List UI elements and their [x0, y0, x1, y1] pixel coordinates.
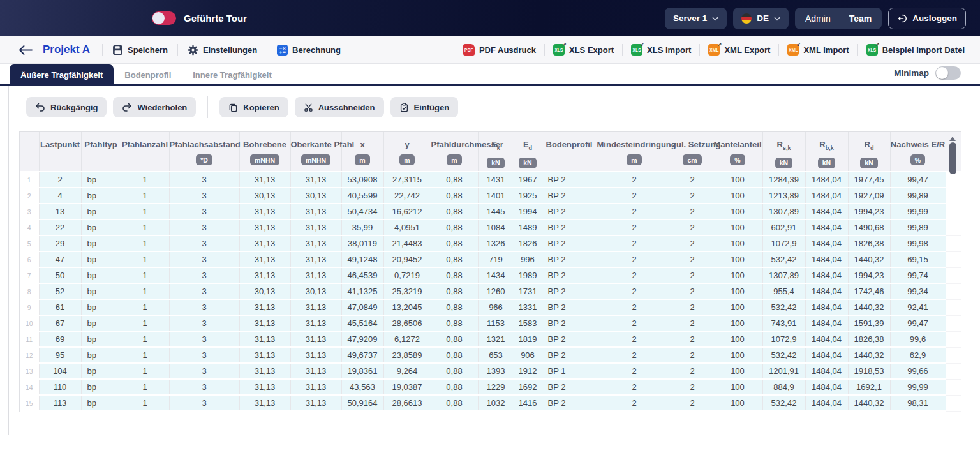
column-header-rd[interactable]: RdkN: [848, 132, 890, 172]
cell-bohrebene[interactable]: 31,13: [239, 267, 290, 283]
cell-rd[interactable]: 1440,32: [848, 251, 890, 267]
cell-pfahlachsabstand[interactable]: 3: [169, 220, 239, 235]
cell-mantelanteil[interactable]: 100: [713, 331, 762, 347]
cell-oberkante-pfahl[interactable]: 31,13: [290, 395, 341, 411]
cell-pfahldurchmesser[interactable]: 0,88: [431, 235, 478, 251]
cell-pfahldurchmesser[interactable]: 0,88: [431, 188, 478, 204]
column-header-mantelanteil[interactable]: Mantelanteil%: [713, 132, 762, 172]
cell-nachweis[interactable]: 99,74: [890, 267, 946, 283]
cell-pfahlanzahl[interactable]: 1: [121, 331, 169, 347]
cell-lastpunkt[interactable]: 95: [39, 347, 81, 363]
cell-pfahlachsabstand[interactable]: 3: [169, 363, 239, 379]
cell-rsk[interactable]: 955,4: [762, 283, 805, 299]
minimap-toggle[interactable]: [935, 66, 961, 80]
cell-x[interactable]: 38,0119: [341, 235, 383, 251]
cell-bohrebene[interactable]: 30,13: [239, 283, 290, 299]
cell-lastpunkt[interactable]: 2: [39, 172, 81, 188]
cell-zul-setzung[interactable]: 2: [672, 172, 713, 188]
cell-bohrebene[interactable]: 31,13: [239, 172, 290, 188]
cell-rsk[interactable]: 532,42: [762, 251, 805, 267]
cell-pfahlachsabstand[interactable]: 3: [169, 379, 239, 395]
cell-bohrebene[interactable]: 31,13: [239, 347, 290, 363]
cell-ek[interactable]: 1431: [478, 172, 514, 188]
logout-button[interactable]: Ausloggen: [888, 8, 966, 29]
cell-nachweis[interactable]: 62,9: [890, 347, 946, 363]
column-header-pfahlachsabstand[interactable]: Pfahlachsabstand*D: [169, 132, 239, 172]
cell-mindesteindringung[interactable]: 2: [597, 251, 672, 267]
cell-y[interactable]: 0,7219: [383, 267, 431, 283]
cell-pfahlachsabstand[interactable]: 3: [169, 251, 239, 267]
row-number[interactable]: 3: [20, 204, 39, 220]
cell-rsk[interactable]: 1307,89: [762, 204, 805, 220]
cell-pfahlachsabstand[interactable]: 3: [169, 283, 239, 299]
cell-pfahlanzahl[interactable]: 1: [121, 204, 169, 220]
cell-pfahlachsabstand[interactable]: 3: [169, 347, 239, 363]
xls-import-button[interactable]: XLS↙ XLS Import: [631, 44, 691, 56]
cell-rsk[interactable]: 602,91: [762, 220, 805, 235]
cell-ed[interactable]: 1731: [514, 283, 542, 299]
cell-ek[interactable]: 1401: [478, 188, 514, 204]
cell-oberkante-pfahl[interactable]: 31,13: [290, 363, 341, 379]
cell-rd[interactable]: 1742,46: [848, 283, 890, 299]
cell-pfahldurchmesser[interactable]: 0,88: [431, 204, 478, 220]
cell-bodenprofil[interactable]: BP 2: [542, 315, 597, 331]
cell-x[interactable]: 45,5164: [341, 315, 383, 331]
vertical-scrollbar-thumb[interactable]: [949, 142, 956, 174]
cell-lastpunkt[interactable]: 52: [39, 283, 81, 299]
cell-mindesteindringung[interactable]: 2: [597, 188, 672, 204]
cell-pfahlachsabstand[interactable]: 3: [169, 395, 239, 411]
cell-pfahlachsabstand[interactable]: 3: [169, 188, 239, 204]
cell-mindesteindringung[interactable]: 2: [597, 220, 672, 235]
column-header-rbk[interactable]: Rb,kkN: [805, 132, 848, 172]
cell-rd[interactable]: 1692,1: [848, 379, 890, 395]
cell-lastpunkt[interactable]: 13: [39, 204, 81, 220]
cell-oberkante-pfahl[interactable]: 30,13: [290, 283, 341, 299]
cell-bohrebene[interactable]: 31,13: [239, 395, 290, 411]
row-number[interactable]: 15: [20, 395, 39, 411]
cell-y[interactable]: 27,3115: [383, 172, 431, 188]
calculation-button[interactable]: −×+= Berechnung: [277, 45, 341, 56]
cell-pfahlanzahl[interactable]: 1: [121, 299, 169, 315]
cell-zul-setzung[interactable]: 2: [672, 363, 713, 379]
cell-pfahltyp[interactable]: bp: [81, 315, 121, 331]
cell-ek[interactable]: 1321: [478, 331, 514, 347]
cell-rd[interactable]: 1826,38: [848, 235, 890, 251]
cell-y[interactable]: 25,3219: [383, 283, 431, 299]
row-number[interactable]: 10: [20, 315, 39, 331]
cell-bodenprofil[interactable]: BP 1: [542, 363, 597, 379]
cell-mantelanteil[interactable]: 100: [713, 251, 762, 267]
cell-rsk[interactable]: 1201,91: [762, 363, 805, 379]
cell-mindesteindringung[interactable]: 2: [597, 172, 672, 188]
cell-bodenprofil[interactable]: BP 2: [542, 395, 597, 411]
cell-ed[interactable]: 1416: [514, 395, 542, 411]
cell-nachweis[interactable]: 99,47: [890, 172, 946, 188]
cell-rbk[interactable]: 1484,04: [805, 315, 848, 331]
cell-pfahldurchmesser[interactable]: 0,88: [431, 299, 478, 315]
cell-pfahltyp[interactable]: bp: [81, 220, 121, 235]
settings-button[interactable]: Einstellungen: [188, 45, 257, 56]
cell-bodenprofil[interactable]: BP 2: [542, 188, 597, 204]
cell-ed[interactable]: 1489: [514, 220, 542, 235]
row-number[interactable]: 1: [20, 172, 39, 188]
cell-nachweis[interactable]: 99,66: [890, 363, 946, 379]
cell-pfahlanzahl[interactable]: 1: [121, 283, 169, 299]
cell-pfahlanzahl[interactable]: 1: [121, 379, 169, 395]
account-team-switch[interactable]: Admin Team: [795, 8, 882, 29]
cell-y[interactable]: 9,264: [383, 363, 431, 379]
cell-oberkante-pfahl[interactable]: 31,13: [290, 315, 341, 331]
cell-pfahlanzahl[interactable]: 1: [121, 235, 169, 251]
cell-bodenprofil[interactable]: BP 2: [542, 251, 597, 267]
cell-y[interactable]: 28,6613: [383, 395, 431, 411]
cell-zul-setzung[interactable]: 2: [672, 379, 713, 395]
column-header-y[interactable]: ym: [383, 132, 431, 172]
cell-rd[interactable]: 1826,38: [848, 331, 890, 347]
cell-ed[interactable]: 1819: [514, 331, 542, 347]
cell-ek[interactable]: 1153: [478, 315, 514, 331]
cell-pfahlanzahl[interactable]: 1: [121, 188, 169, 204]
cell-nachweis[interactable]: 99,99: [890, 379, 946, 395]
cell-bodenprofil[interactable]: BP 2: [542, 379, 597, 395]
server-select[interactable]: Server 1: [665, 8, 727, 29]
cell-pfahldurchmesser[interactable]: 0,88: [431, 331, 478, 347]
cell-x[interactable]: 43,563: [341, 379, 383, 395]
cell-ed[interactable]: 1331: [514, 299, 542, 315]
